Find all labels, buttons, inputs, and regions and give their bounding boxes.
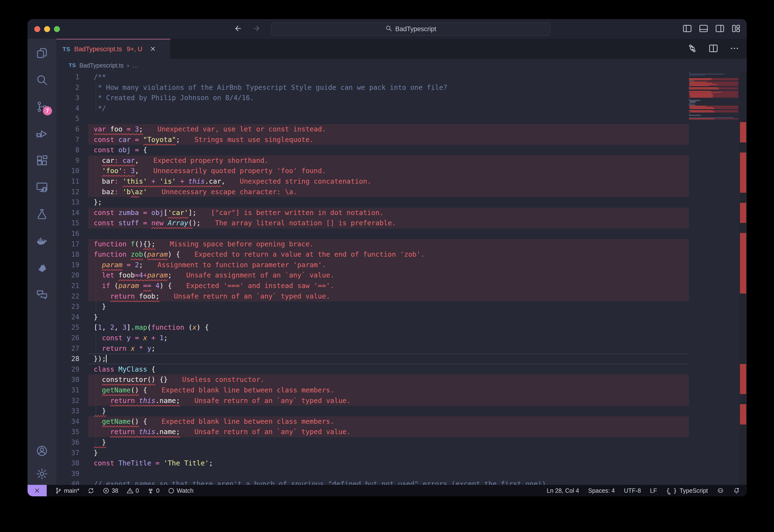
status-eol[interactable]: LF — [650, 487, 657, 494]
close-icon[interactable] — [149, 45, 156, 53]
status-problems-errors[interactable]: 38 — [102, 487, 118, 494]
error-squiggle: == — [143, 282, 151, 290]
command-center-search[interactable]: BadTypescript — [271, 22, 550, 36]
minimize-window-button[interactable] — [44, 26, 50, 32]
code-line[interactable]: 15const stuff = new Array();The array li… — [56, 218, 747, 228]
activity-flame-icon[interactable] — [36, 261, 48, 274]
activity-run-and-debug-icon[interactable] — [36, 127, 48, 140]
activity-docker-icon[interactable] — [36, 235, 48, 247]
code-line[interactable]: 26 const y = x + 1; — [56, 333, 747, 343]
code-line[interactable]: 25[1, 2, 3].map(function (x) { — [56, 322, 747, 333]
more-actions-icon[interactable] — [729, 43, 740, 54]
inline-error-message: Missing space before opening brace. — [170, 240, 314, 248]
code-editor[interactable]: 1/**2 * How many violations of the AirBn… — [56, 72, 747, 485]
code-line[interactable]: 4 */ — [56, 103, 747, 114]
source-control-badge: 7 — [43, 106, 52, 115]
activity-settings-icon[interactable] — [36, 468, 48, 480]
split-editor-icon[interactable] — [708, 43, 718, 54]
panel-right-icon[interactable] — [715, 24, 725, 34]
breadcrumb-file[interactable]: BadTypescript.ts — [79, 62, 124, 69]
activity-extensions-icon[interactable] — [36, 154, 48, 167]
zoom-window-button[interactable] — [54, 26, 60, 32]
code-line[interactable]: 32 return this.name;Unsafe return of an … — [56, 396, 747, 406]
code-line[interactable]: 10 'foo': 3,Unnecessarily quoted propert… — [56, 166, 747, 176]
panel-left-icon[interactable] — [683, 24, 692, 34]
activity-account-icon[interactable] — [36, 445, 48, 457]
code-line[interactable]: 2 * How many violations of the AirBnb Ty… — [56, 82, 747, 93]
activity-comments-icon[interactable] — [36, 288, 48, 301]
code-line[interactable]: 16 — [56, 228, 747, 239]
code-line[interactable]: 3 * Created by Philip Johnson on 8/4/16. — [56, 93, 747, 103]
code-line[interactable]: 34 getName() {Expected blank line betwee… — [56, 416, 747, 427]
forward-arrow-icon[interactable] — [252, 24, 261, 34]
breadcrumb-more[interactable]: … — [132, 62, 138, 69]
close-window-button[interactable] — [34, 26, 40, 32]
code-line[interactable]: 33 } — [56, 406, 747, 416]
code-line[interactable]: 9 car: car,Expected property shorthand. — [56, 155, 747, 166]
minimap[interactable] — [689, 72, 738, 119]
status-problems-warnings[interactable]: 0 — [126, 487, 139, 494]
back-arrow-icon[interactable] — [234, 24, 243, 34]
code-line[interactable]: 1/** — [56, 72, 747, 82]
status-indentation[interactable]: Spaces: 4 — [588, 487, 615, 494]
error-squiggle: } — [94, 438, 106, 446]
nav-history — [234, 19, 261, 39]
code-line[interactable]: 12 baz: 'b\az'Unnecessary escape charact… — [56, 187, 747, 197]
code-line[interactable]: 31 getName() {Expected blank line betwee… — [56, 385, 747, 396]
status-notifications[interactable] — [733, 487, 740, 494]
code-line[interactable]: 13}; — [56, 197, 747, 208]
overview-ruler[interactable] — [740, 72, 747, 485]
code-line[interactable]: 8const obj = { — [56, 145, 747, 155]
line-number: 34 — [56, 416, 79, 427]
code-line[interactable]: 38const TheTitle = 'The Title'; — [56, 458, 747, 469]
open-changes-icon[interactable] — [687, 43, 697, 54]
status-watch[interactable]: Watch — [168, 487, 193, 494]
status-sync[interactable] — [87, 487, 94, 494]
code-line[interactable]: 19 param = 2;Assignment to function para… — [56, 260, 747, 270]
code-line[interactable]: 28}); — [56, 354, 747, 364]
code-line[interactable]: 24} — [56, 312, 747, 323]
activity-explorer-icon[interactable] — [36, 47, 48, 59]
code-line[interactable]: 37} — [56, 448, 747, 458]
status-ports[interactable]: 0 — [147, 487, 159, 494]
code-line[interactable]: 17function f(){};Missing space before op… — [56, 239, 747, 249]
code-line[interactable]: 22 return foob;Unsafe return of an `any`… — [56, 291, 747, 302]
code-text: function f(){};Missing space before open… — [94, 239, 314, 249]
code-line[interactable]: 11 bar: 'this' + 'is' + this.car,Unexpec… — [56, 176, 747, 187]
radio-tower-icon — [147, 487, 154, 494]
code-line[interactable]: 36 } — [56, 437, 747, 448]
code-line[interactable]: 23 } — [56, 301, 747, 312]
panel-bottom-icon[interactable] — [699, 24, 708, 34]
status-language-mode[interactable]: { }⊗TypeScript — [666, 487, 708, 494]
activity-search-icon[interactable] — [36, 74, 48, 86]
activity-testing-icon[interactable] — [36, 208, 48, 220]
code-line[interactable]: 27 return x * y; — [56, 343, 747, 354]
line-highlight — [88, 228, 689, 239]
circle-outline-icon — [168, 487, 175, 494]
status-copilot[interactable] — [717, 487, 724, 494]
tab-decoration: 9+, U — [127, 45, 142, 53]
code-line[interactable]: 40// export names so that there aren't a… — [56, 479, 747, 485]
code-line[interactable]: 39 — [56, 469, 747, 479]
code-line[interactable]: 20 let foob=4+param;Unsafe assignment of… — [56, 270, 747, 281]
code-line[interactable]: 14const zumba = obj['car'];["car"] is be… — [56, 208, 747, 218]
line-number: 36 — [56, 437, 79, 448]
breadcrumb[interactable]: TS BadTypescript.ts › … — [56, 59, 747, 72]
code-line[interactable]: 6var foo = 3;Unexpected var, use let or … — [56, 124, 747, 135]
code-line[interactable]: 35 return this.name;Unsafe return of an … — [56, 427, 747, 437]
remote-indicator[interactable] — [28, 485, 47, 496]
tab-badtypescript[interactable]: TS BadTypescript.ts 9+, U — [56, 39, 170, 59]
code-line[interactable]: 5 — [56, 113, 747, 124]
code-line[interactable]: 21 if (param == 4) {Expected '===' and i… — [56, 281, 747, 291]
line-number: 1 — [56, 72, 79, 82]
status-cursor-position[interactable]: Ln 28, Col 4 — [547, 487, 579, 494]
code-line[interactable]: 30 constructor() {}Useless constructor. — [56, 374, 747, 385]
code-line[interactable]: 18function zob(param) {Expected to retur… — [56, 249, 747, 260]
status-branch[interactable]: main* — [55, 487, 79, 494]
status-encoding[interactable]: UTF-8 — [624, 487, 641, 494]
layout-customize-icon[interactable] — [731, 24, 741, 34]
activity-remote-explorer-icon[interactable] — [36, 181, 48, 193]
code-line[interactable]: 29class MyClass { — [56, 364, 747, 375]
code-line[interactable]: 7const car = "Toyota";Strings must use s… — [56, 135, 747, 145]
activity-source-control-icon[interactable]: 7 — [36, 101, 48, 113]
